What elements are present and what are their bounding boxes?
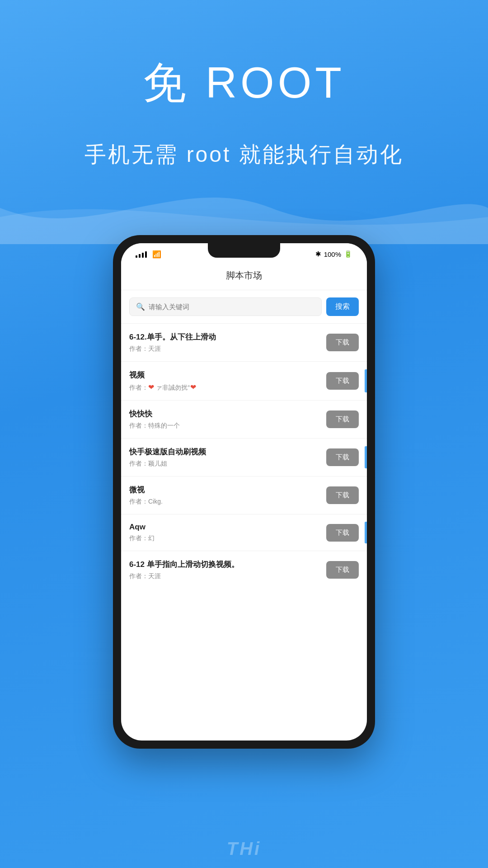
status-right: ✱ 100% 🔋 <box>315 250 352 258</box>
script-info: 微视 作者：Cikg. <box>129 485 326 506</box>
signal-bar-4 <box>145 251 147 258</box>
download-button[interactable]: 下载 <box>326 486 359 504</box>
watermark-text: THi <box>227 839 261 859</box>
watermark-area: THi <box>0 839 488 859</box>
phone-frame: 📶 9:41 AM ✱ 100% 🔋 脚本市场 🔍 搜索 <box>113 235 375 749</box>
script-name: 6-12 单手指向上滑动切换视频。 <box>129 559 326 570</box>
wifi-icon: 📶 <box>152 250 161 259</box>
hero-title: 免 ROOT <box>143 54 345 113</box>
list-item: 6-12 单手指向上滑动切换视频。 作者：天涯 下载 <box>121 551 367 589</box>
signal-bar-2 <box>139 254 141 258</box>
script-name: 6-12.单手。从下往上滑动 <box>129 332 326 342</box>
heart-icon: ❤ <box>148 383 154 391</box>
heart-icon-2: ❤ <box>190 383 196 391</box>
script-author: 作者：Cikg. <box>129 498 326 506</box>
download-button[interactable]: 下载 <box>326 334 359 351</box>
script-author: 作者：❤ ︎ァ非誠勿扰°❤ <box>129 383 326 392</box>
app-title: 脚本市场 <box>226 270 262 280</box>
list-item: 6-12.单手。从下往上滑动 作者：天涯 下载 <box>121 324 367 362</box>
script-info: 6-12.单手。从下往上滑动 作者：天涯 <box>129 332 326 353</box>
list-item: 快手极速版自动刷视频 作者：颖儿姐 下载 <box>121 439 367 476</box>
battery-icon: 🔋 <box>344 250 352 258</box>
script-author: 作者：颖儿姐 <box>129 460 326 468</box>
signal-bar-1 <box>136 255 137 258</box>
script-info: 6-12 单手指向上滑动切换视频。 作者：天涯 <box>129 559 326 580</box>
search-input-wrapper[interactable]: 🔍 <box>129 297 322 316</box>
search-icon: 🔍 <box>136 302 145 311</box>
script-info: Aqw 作者：幻 <box>129 523 326 542</box>
script-info: 视频 作者：❤ ︎ァ非誠勿扰°❤ <box>129 370 326 392</box>
signal-bar-3 <box>142 253 144 258</box>
battery-percent: 100% <box>324 250 341 258</box>
script-author: 作者：天涯 <box>129 345 326 353</box>
status-left: 📶 <box>136 250 161 259</box>
script-author: 作者：特殊的一个 <box>129 422 326 430</box>
phone-screen: 📶 9:41 AM ✱ 100% 🔋 脚本市场 🔍 搜索 <box>121 243 367 741</box>
list-item: Aqw 作者：幻 下载 <box>121 514 367 551</box>
phone-mockup: 📶 9:41 AM ✱ 100% 🔋 脚本市场 🔍 搜索 <box>113 235 375 749</box>
download-button[interactable]: 下载 <box>326 561 359 579</box>
search-button[interactable]: 搜索 <box>326 297 359 316</box>
list-item: 快快快 作者：特殊的一个 下载 <box>121 401 367 439</box>
script-name: 视频 <box>129 370 326 380</box>
highlight-bar <box>365 522 367 543</box>
highlight-bar <box>365 446 367 469</box>
list-item: 微视 作者：Cikg. 下载 <box>121 476 367 514</box>
list-item: 视频 作者：❤ ︎ァ非誠勿扰°❤ 下载 <box>121 362 367 401</box>
download-button[interactable]: 下载 <box>326 448 359 466</box>
download-button[interactable]: 下载 <box>326 372 359 390</box>
hero-section: 免 ROOT 手机无需 root 就能执行自动化 <box>0 0 488 169</box>
highlight-bar <box>365 369 367 392</box>
script-list: 6-12.单手。从下往上滑动 作者：天涯 下载 视频 作者：❤ ︎ァ非誠勿扰°❤… <box>121 324 367 589</box>
signal-bars <box>136 250 147 258</box>
download-button[interactable]: 下载 <box>326 410 359 428</box>
script-author: 作者：幻 <box>129 534 326 542</box>
script-name: 微视 <box>129 485 326 495</box>
bluetooth-icon: ✱ <box>315 250 321 258</box>
wave-decoration <box>0 172 488 244</box>
script-author: 作者：天涯 <box>129 572 326 580</box>
search-input[interactable] <box>149 303 315 311</box>
script-info: 快快快 作者：特殊的一个 <box>129 409 326 430</box>
download-button[interactable]: 下载 <box>326 524 359 542</box>
script-name: 快手极速版自动刷视频 <box>129 447 326 457</box>
search-section: 🔍 搜索 <box>121 290 367 324</box>
app-header: 脚本市场 <box>121 262 367 290</box>
script-name: Aqw <box>129 523 326 532</box>
phone-notch <box>208 243 280 258</box>
hero-subtitle: 手机无需 root 就能执行自动化 <box>84 140 403 169</box>
script-info: 快手极速版自动刷视频 作者：颖儿姐 <box>129 447 326 468</box>
script-name: 快快快 <box>129 409 326 419</box>
